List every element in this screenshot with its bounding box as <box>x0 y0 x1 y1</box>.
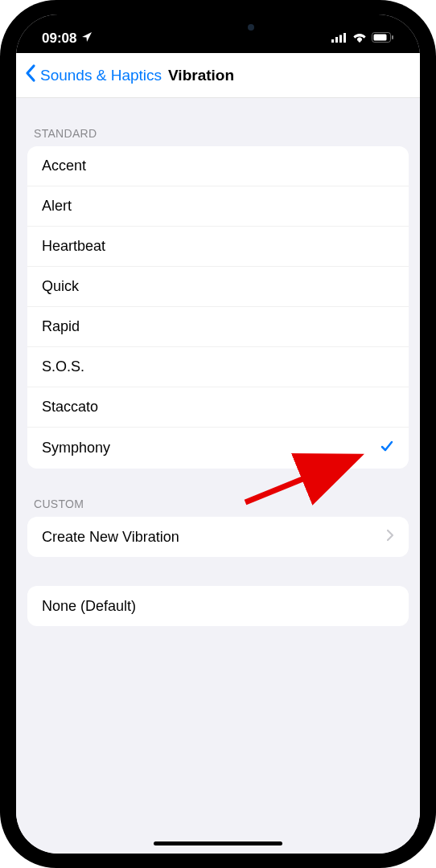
list-item-label: None (Default) <box>42 598 136 615</box>
battery-icon <box>372 31 394 47</box>
svg-rect-6 <box>392 35 393 39</box>
list-item-label: Accent <box>42 158 86 174</box>
list-item-label: S.O.S. <box>42 358 84 375</box>
list-group-none: None (Default) <box>27 586 409 626</box>
status-time: 09:08 <box>42 31 76 47</box>
checkmark-icon <box>380 439 394 457</box>
create-new-vibration[interactable]: Create New Vibration <box>27 517 409 557</box>
home-indicator[interactable] <box>154 841 282 845</box>
vibration-option-accent[interactable]: Accent <box>27 146 409 186</box>
notch <box>125 14 311 40</box>
section-header-custom: CUSTOM <box>16 469 420 517</box>
list-item-label: Heartbeat <box>42 238 105 255</box>
vibration-option-alert[interactable]: Alert <box>27 186 409 227</box>
section-header-standard: STANDARD <box>16 98 420 146</box>
list-group-standard: Accent Alert Heartbeat Quick Rapid S.O.S… <box>27 146 409 469</box>
cellular-icon <box>331 31 348 47</box>
back-label: Sounds & Haptics <box>40 67 162 84</box>
svg-rect-1 <box>335 37 338 43</box>
wifi-icon <box>352 31 367 47</box>
vibration-option-none[interactable]: None (Default) <box>27 586 409 626</box>
screen: 09:08 <box>16 14 420 854</box>
vibration-option-heartbeat[interactable]: Heartbeat <box>27 227 409 267</box>
svg-rect-2 <box>339 35 342 43</box>
list-group-custom: Create New Vibration <box>27 517 409 557</box>
svg-rect-0 <box>331 39 334 43</box>
list-item-label: Quick <box>42 278 79 295</box>
status-right <box>331 31 394 47</box>
list-item-label: Alert <box>42 198 72 215</box>
svg-rect-3 <box>343 33 346 43</box>
list-item-label: Symphony <box>42 440 110 457</box>
nav-bar: Sounds & Haptics Vibration <box>16 53 420 98</box>
vibration-option-staccato[interactable]: Staccato <box>27 387 409 428</box>
list-item-label: Create New Vibration <box>42 529 179 546</box>
list-item-label: Staccato <box>42 399 98 416</box>
vibration-option-symphony[interactable]: Symphony <box>27 428 409 469</box>
svg-rect-5 <box>374 35 387 41</box>
camera-dot <box>248 24 254 31</box>
vibration-option-quick[interactable]: Quick <box>27 267 409 307</box>
status-left: 09:08 <box>42 31 93 47</box>
vibration-option-sos[interactable]: S.O.S. <box>27 347 409 387</box>
phone-frame: 09:08 <box>0 0 436 868</box>
page-title: Vibration <box>168 67 234 84</box>
chevron-right-icon <box>386 529 394 546</box>
back-button[interactable]: Sounds & Haptics <box>24 63 162 87</box>
location-icon <box>81 31 93 47</box>
list-item-label: Rapid <box>42 318 80 335</box>
content: STANDARD Accent Alert Heartbeat Quick Ra… <box>16 98 420 854</box>
chevron-left-icon <box>24 63 37 87</box>
vibration-option-rapid[interactable]: Rapid <box>27 307 409 347</box>
